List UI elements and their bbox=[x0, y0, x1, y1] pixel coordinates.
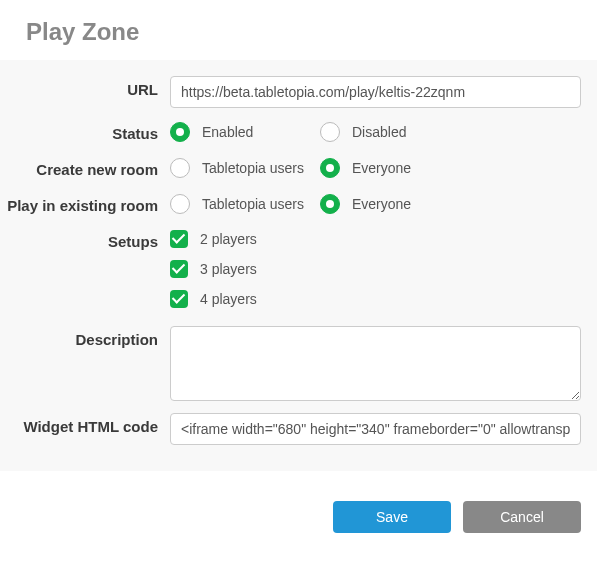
widget-label: Widget HTML code bbox=[0, 413, 170, 435]
footer: Save Cancel bbox=[0, 471, 597, 551]
checkbox-label: 3 players bbox=[200, 261, 257, 277]
radio-label: Everyone bbox=[352, 196, 411, 212]
checkbox-label: 2 players bbox=[200, 231, 257, 247]
cancel-button[interactable]: Cancel bbox=[463, 501, 581, 533]
checkbox-icon bbox=[170, 290, 188, 308]
description-textarea[interactable] bbox=[170, 326, 581, 401]
radio-label: Everyone bbox=[352, 160, 411, 176]
radio-icon bbox=[320, 122, 340, 142]
description-label: Description bbox=[0, 326, 170, 348]
status-option[interactable]: Enabled bbox=[170, 122, 320, 142]
radio-icon bbox=[170, 194, 190, 214]
radio-label: Tabletopia users bbox=[202, 160, 304, 176]
radio-icon bbox=[170, 158, 190, 178]
page-title: Play Zone bbox=[26, 18, 571, 46]
form-content: URL Status EnabledDisabled Create new ro… bbox=[0, 60, 597, 471]
setup-option[interactable]: 2 players bbox=[170, 230, 581, 248]
create-room-label: Create new room bbox=[0, 156, 170, 178]
url-label: URL bbox=[0, 76, 170, 98]
existing-room-label: Play in existing room bbox=[0, 192, 170, 214]
radio-icon bbox=[320, 194, 340, 214]
setup-option[interactable]: 3 players bbox=[170, 260, 581, 278]
create-room-option[interactable]: Everyone bbox=[320, 158, 470, 178]
radio-icon bbox=[170, 122, 190, 142]
setups-label: Setups bbox=[0, 228, 170, 250]
setup-option[interactable]: 4 players bbox=[170, 290, 581, 308]
url-input[interactable] bbox=[170, 76, 581, 108]
existing-room-option[interactable]: Everyone bbox=[320, 194, 470, 214]
checkbox-label: 4 players bbox=[200, 291, 257, 307]
create-room-option[interactable]: Tabletopia users bbox=[170, 158, 320, 178]
existing-room-option[interactable]: Tabletopia users bbox=[170, 194, 320, 214]
widget-code-input[interactable] bbox=[170, 413, 581, 445]
checkbox-icon bbox=[170, 260, 188, 278]
radio-label: Enabled bbox=[202, 124, 253, 140]
status-label: Status bbox=[0, 120, 170, 142]
radio-label: Tabletopia users bbox=[202, 196, 304, 212]
radio-icon bbox=[320, 158, 340, 178]
status-option[interactable]: Disabled bbox=[320, 122, 470, 142]
radio-label: Disabled bbox=[352, 124, 406, 140]
save-button[interactable]: Save bbox=[333, 501, 451, 533]
checkbox-icon bbox=[170, 230, 188, 248]
